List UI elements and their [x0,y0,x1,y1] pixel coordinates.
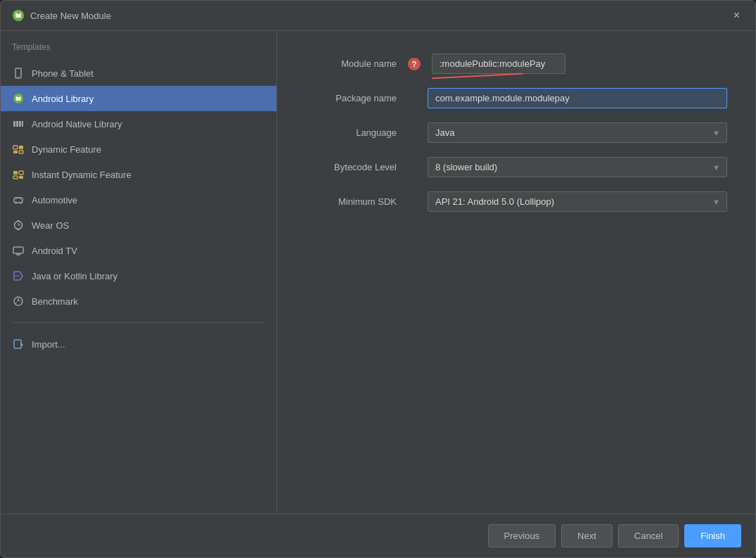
svg-rect-19 [19,146,23,149]
svg-point-7 [18,76,19,77]
min-sdk-select[interactable]: API 21: Android 5.0 (Lollipop) API 26: A… [428,191,727,212]
sidebar-item-automotive[interactable]: Automotive [1,187,276,213]
language-select-wrapper: Java Kotlin ▼ [428,122,727,143]
sidebar-item-label: Dynamic Feature [32,144,101,155]
svg-point-27 [15,202,17,204]
dialog-body: Templates Phone & Tablet [1,31,755,514]
sidebar: Templates Phone & Tablet [1,31,277,514]
import-icon [12,338,25,350]
bytecode-select-wrapper: 8 (slower build) 7 ▼ [428,157,727,177]
module-name-input-wrapper [432,53,727,74]
sidebar-item-label: Import... [32,339,65,350]
templates-label: Templates [1,42,276,61]
svg-rect-25 [19,176,23,179]
package-name-row: Package name [305,88,727,108]
svg-point-2 [15,13,17,15]
svg-point-28 [20,202,22,204]
svg-point-3 [19,13,20,15]
sidebar-item-phone-tablet[interactable]: Phone & Tablet [1,61,276,86]
native-library-icon [12,118,25,130]
android-library-icon [12,92,25,105]
create-new-module-dialog: Create New Module × Templates Phone & Ta… [0,0,756,558]
sidebar-item-instant-dynamic[interactable]: Instant Dynamic Feature [1,162,276,187]
svg-rect-18 [13,146,18,149]
svg-rect-30 [17,220,20,222]
svg-rect-14 [13,121,15,127]
package-name-input[interactable] [428,88,727,108]
close-button[interactable]: × [729,8,744,23]
phone-icon [12,67,25,80]
title-bar: Create New Module × [1,1,755,31]
dynamic-feature-icon [12,143,25,156]
sidebar-item-import[interactable]: Import... [1,331,276,357]
previous-button[interactable]: Previous [488,524,556,547]
content-area: Module name ? Package name Language Java [277,31,755,514]
sidebar-item-label: Automotive [32,195,77,205]
sidebar-item-android-library[interactable]: Android Library [1,86,276,111]
sidebar-item-label: Benchmark [32,296,78,307]
module-name-help-icon[interactable]: ? [408,58,421,70]
svg-rect-20 [13,151,18,153]
sidebar-item-dynamic[interactable]: Dynamic Feature [1,137,276,162]
java-kotlin-icon [12,270,25,282]
sidebar-item-native[interactable]: Android Native Library [1,111,276,137]
bytecode-label: Bytecode Level [305,162,397,172]
svg-rect-40 [14,340,21,348]
sidebar-divider [12,322,265,323]
cancel-button[interactable]: Cancel [618,524,679,547]
min-sdk-label: Minimum SDK [305,196,397,207]
svg-rect-22 [13,171,18,175]
sidebar-item-label: Android TV [32,246,77,256]
svg-rect-16 [19,121,21,127]
svg-rect-24 [13,176,18,179]
android-tv-icon [12,244,25,257]
sidebar-item-label: Java or Kotlin Library [32,271,117,281]
sidebar-item-android-tv[interactable]: Android TV [1,238,276,263]
package-name-label: Package name [305,93,397,103]
svg-rect-23 [19,171,23,175]
svg-rect-34 [13,247,23,253]
sidebar-item-wear-os[interactable]: Wear OS [1,213,276,238]
automotive-icon [12,194,25,206]
dialog-title: Create New Module [30,11,111,21]
wear-os-icon [12,219,25,232]
module-name-input[interactable] [432,53,565,74]
language-row: Language Java Kotlin ▼ [305,122,727,143]
next-button[interactable]: Next [561,524,613,547]
android-studio-icon [12,9,25,22]
language-label: Language [305,127,397,138]
sidebar-item-label: Wear OS [32,220,69,231]
title-bar-left: Create New Module [12,9,111,22]
language-select[interactable]: Java Kotlin [428,122,727,143]
sidebar-item-label: Phone & Tablet [32,68,94,79]
sidebar-item-benchmark[interactable]: Benchmark [1,288,276,314]
bytecode-row: Bytecode Level 8 (slower build) 7 ▼ [305,157,727,177]
min-sdk-select-wrapper: API 21: Android 5.0 (Lollipop) API 26: A… [428,191,727,212]
sidebar-item-label: Android Native Library [32,119,122,129]
module-name-row: Module name ? [305,53,727,74]
module-name-label: Module name [305,58,397,69]
svg-rect-15 [16,121,18,127]
svg-rect-21 [19,151,23,153]
sidebar-item-label: Android Library [32,94,94,104]
dialog-footer: Previous Next Cancel Finish [1,514,755,557]
svg-rect-31 [17,229,20,230]
bytecode-select[interactable]: 8 (slower build) 7 [428,157,727,177]
instant-dynamic-icon [12,168,25,181]
benchmark-icon [12,295,25,307]
svg-rect-17 [22,121,23,127]
min-sdk-row: Minimum SDK API 21: Android 5.0 (Lollipo… [305,191,727,212]
finish-button[interactable]: Finish [684,524,741,547]
sidebar-item-label: Instant Dynamic Feature [32,170,132,180]
sidebar-item-java-kotlin[interactable]: Java or Kotlin Library [1,263,276,288]
